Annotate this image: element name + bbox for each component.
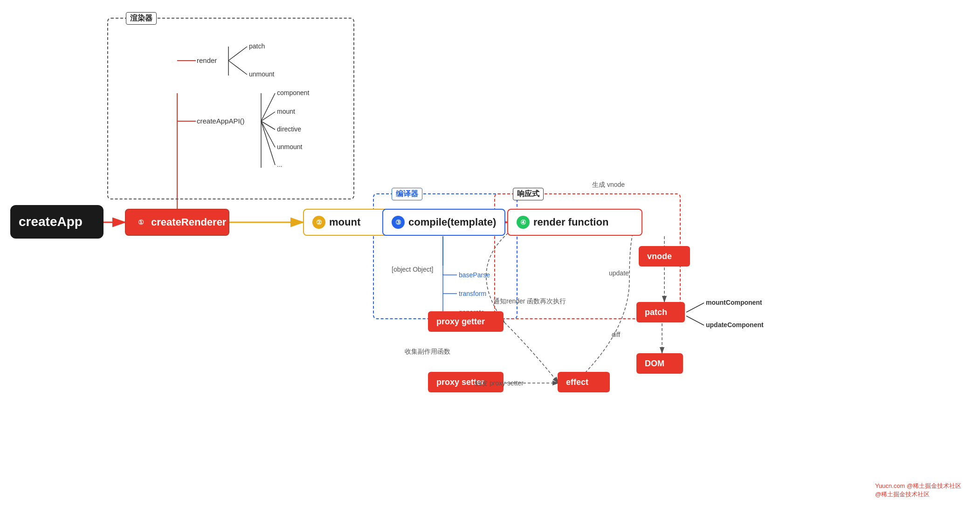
annot-proxy-setter: 触发 proxy setter — [475, 379, 524, 388]
annot-update: update — [609, 269, 629, 277]
create-renderer-node[interactable]: ① createRenderer — [125, 209, 229, 236]
render-function-node[interactable]: ④ render function — [507, 209, 642, 236]
create-app-node[interactable]: createApp — [10, 205, 104, 239]
annot-generate-vnode: 生成 vnode — [592, 181, 625, 189]
vnode-node[interactable]: vnode — [639, 246, 690, 267]
effect-node[interactable]: effect — [558, 372, 610, 392]
svg-line-39 — [686, 303, 704, 312]
svg-text:updateComponent: updateComponent — [706, 321, 764, 329]
badge-2: ② — [312, 216, 325, 229]
annot-proxy-collect: [object Object] — [392, 266, 434, 273]
watermark: Yuucn.com @稀土掘金技术社区 @稀土掘金技术社区 — [875, 482, 961, 499]
renderer-label: 渲染器 — [126, 12, 157, 25]
badge-4: ④ — [517, 216, 530, 229]
annot-diff: diff — [612, 331, 620, 338]
diagram-container: render patch unmount createAppAPI() comp… — [0, 0, 980, 507]
renderer-box — [107, 18, 354, 199]
annot-collect-effect: 收集副作用函数 — [405, 348, 450, 356]
compiler-label: 编译器 — [392, 188, 422, 200]
mount-node[interactable]: ② mount — [303, 209, 389, 236]
proxy-getter-node[interactable]: proxy getter — [428, 311, 504, 332]
badge-3: ③ — [392, 216, 405, 229]
badge-1: ① — [134, 216, 147, 229]
patch-node[interactable]: patch — [636, 302, 685, 322]
svg-line-41 — [686, 316, 704, 325]
svg-text:mountComponent: mountComponent — [706, 299, 762, 306]
compile-template-node[interactable]: ③ compile(template) — [382, 209, 505, 236]
annot-notify-render: 通知render 函数再次执行 — [493, 297, 566, 306]
dom-node[interactable]: DOM — [636, 353, 683, 374]
reactivity-label: 响应式 — [513, 188, 544, 200]
